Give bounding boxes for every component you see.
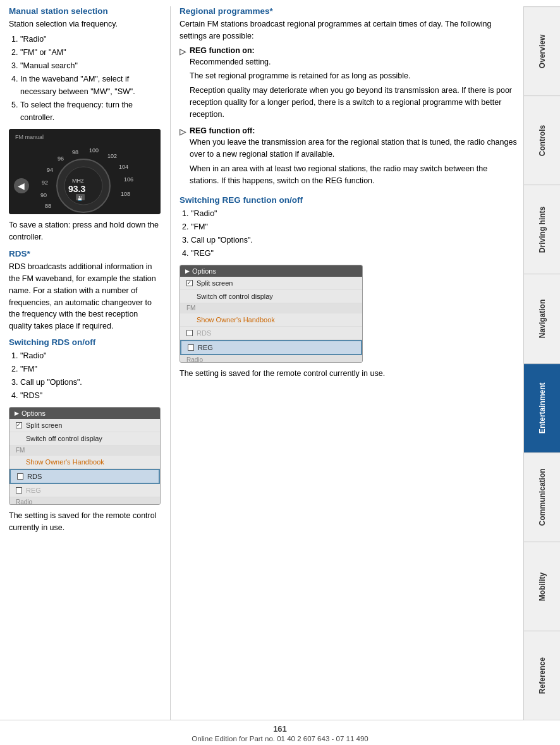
svg-text:90: 90 xyxy=(40,192,47,198)
step-3: "Manual search" xyxy=(20,59,162,72)
svg-text:98: 98 xyxy=(72,149,78,155)
switching-reg-title: Switching REG function on/off xyxy=(180,195,517,205)
reg-step-4: "REG" xyxy=(191,247,517,260)
regional-title: Regional programmes* xyxy=(180,6,517,16)
reg-options-row-rds-dim[interactable]: RDS xyxy=(180,327,362,340)
reg-rds-checkbox-dim xyxy=(186,330,193,336)
options-row-handbook[interactable]: Show Owner's Handbook xyxy=(9,456,160,469)
tab-navigation-label: Navigation xyxy=(538,300,547,338)
right-column: Regional programmes* Certain FM stations… xyxy=(171,6,523,720)
svg-text:92: 92 xyxy=(42,179,48,186)
handbook-label: Show Owner's Handbook xyxy=(26,458,104,466)
options-icon-rds: ▶ xyxy=(15,410,19,416)
rds-option-label: RDS xyxy=(27,473,42,480)
bullet-arrow-off: ▷ xyxy=(180,127,186,189)
manual-station-title: Manual station selection xyxy=(9,6,162,16)
tab-mobility-label: Mobility xyxy=(538,572,547,600)
left-column: Manual station selection Station selecti… xyxy=(0,6,171,720)
rds-title: RDS* xyxy=(9,249,162,258)
reg-footer-text: The setting is saved for the remote cont… xyxy=(180,368,517,380)
reg-options-row-reg-highlighted[interactable]: REG xyxy=(180,340,362,355)
fm-section-label: FM xyxy=(16,447,25,454)
svg-text:104: 104 xyxy=(119,164,128,170)
reg-off-title: REG function off: xyxy=(190,126,517,135)
section-manual-station: Manual station selection Station selecti… xyxy=(9,6,162,243)
svg-text:102: 102 xyxy=(107,153,117,159)
tab-controls-label: Controls xyxy=(538,125,547,156)
svg-text:100: 100 xyxy=(89,147,99,154)
options-row-rds-highlighted[interactable]: RDS xyxy=(9,469,160,484)
reg-reg-checkbox xyxy=(188,344,194,351)
svg-text:💾: 💾 xyxy=(77,195,83,201)
reg-option-label: REG xyxy=(198,344,213,351)
tab-overview-label: Overview xyxy=(538,34,547,68)
options-row-switch-off[interactable]: Switch off control display xyxy=(9,432,160,445)
reg-checkbox-dim xyxy=(16,487,22,494)
manual-station-intro: Station selection via frequency. xyxy=(9,18,162,30)
reg-on-p1: Recommended setting. xyxy=(190,56,517,68)
page-number: 161 xyxy=(0,724,560,734)
reg-split-screen-label: Split screen xyxy=(197,279,233,287)
reg-on-bullet: ▷ REG function on: Recommended setting. … xyxy=(180,46,517,123)
options-label-rds: Options xyxy=(21,409,46,417)
options-header-rds: ▶ Options xyxy=(9,408,160,419)
manual-station-steps: "Radio" "FM" or "AM" "Manual search" In … xyxy=(20,33,162,124)
reg-options-row-switch-off[interactable]: Switch off control display xyxy=(180,290,362,303)
rds-body: RDS broadcasts additional information in… xyxy=(9,261,162,332)
svg-text:FM manual: FM manual xyxy=(15,134,44,140)
options-section-radio: Radio xyxy=(9,497,160,505)
tab-mobility[interactable]: Mobility xyxy=(524,542,560,631)
reg-switch-off-label: Switch off control display xyxy=(197,293,273,300)
tab-controls[interactable]: Controls xyxy=(524,95,560,185)
tab-communication-label: Communication xyxy=(538,468,547,526)
svg-text:93.3: 93.3 xyxy=(68,184,85,194)
svg-text:94: 94 xyxy=(47,167,53,173)
reg-on-title: REG function on: xyxy=(190,46,517,55)
rds-footer-text: The setting is saved for the remote cont… xyxy=(9,510,162,534)
rds-step-1: "Radio" xyxy=(20,349,162,362)
reg-rds-option-label: RDS xyxy=(197,329,211,337)
svg-text:96: 96 xyxy=(58,155,64,162)
main-content: Manual station selection Station selecti… xyxy=(0,0,560,720)
rds-step-4: "RDS" xyxy=(20,389,162,402)
tab-reference-label: Reference xyxy=(538,657,547,694)
reg-options-row-split[interactable]: Split screen xyxy=(180,277,362,290)
options-icon-reg: ▶ xyxy=(185,268,190,274)
options-section-fm: FM xyxy=(9,445,160,456)
tab-navigation[interactable]: Navigation xyxy=(524,274,560,363)
reg-off-p1: When you leave the transmission area for… xyxy=(190,136,517,161)
section-regional: Regional programmes* Certain FM stations… xyxy=(180,6,517,189)
edition-text: Online Edition for Part no. 01 40 2 607 … xyxy=(0,735,560,742)
reg-options-row-handbook[interactable]: Show Owner's Handbook xyxy=(180,313,362,327)
options-row-reg-dim[interactable]: REG xyxy=(9,484,160,497)
tab-entertainment[interactable]: Entertainment xyxy=(524,363,560,452)
right-sidebar: Overview Controls Driving hints Navigati… xyxy=(523,6,560,720)
svg-text:◀: ◀ xyxy=(18,181,25,191)
tab-reference[interactable]: Reference xyxy=(524,631,560,720)
split-screen-label: Split screen xyxy=(26,421,62,429)
page-footer: 161 Online Edition for Part no. 01 40 2 … xyxy=(0,720,560,745)
rds-options-screenshot: ▶ Options Split screen Switch off contro… xyxy=(9,407,161,505)
svg-text:108: 108 xyxy=(121,191,130,197)
regional-intro: Certain FM stations broadcast regional p… xyxy=(180,18,517,42)
reg-step-2: "FM" xyxy=(191,221,517,233)
svg-text:88: 88 xyxy=(45,203,51,209)
fm-dial-svg: FM manual ◀ 88 90 xyxy=(9,129,161,214)
reg-on-p2: The set regional programme is retained f… xyxy=(190,70,517,82)
tab-driving-hints[interactable]: Driving hints xyxy=(524,185,560,274)
tab-communication[interactable]: Communication xyxy=(524,452,560,542)
save-station-text: To save a station: press and hold down t… xyxy=(9,219,162,243)
options-label-reg: Options xyxy=(192,267,216,275)
step-2: "FM" or "AM" xyxy=(20,46,162,59)
options-row-split[interactable]: Split screen xyxy=(9,419,160,432)
section-rds: RDS* RDS broadcasts additional informati… xyxy=(9,249,162,332)
reg-options-screenshot: ▶ Options Split screen Switch off contro… xyxy=(180,265,363,363)
svg-text:106: 106 xyxy=(124,176,133,183)
page-container: Manual station selection Station selecti… xyxy=(0,0,560,720)
section-switching-rds: Switching RDS on/off "Radio" "FM" Call u… xyxy=(9,337,162,534)
switch-off-label: Switch off control display xyxy=(26,435,102,442)
reg-step-3: Call up "Options". xyxy=(191,234,517,246)
reg-option-label-dim: REG xyxy=(26,487,41,494)
tab-overview[interactable]: Overview xyxy=(524,6,560,95)
reg-options-section-radio: Radio xyxy=(180,355,362,363)
